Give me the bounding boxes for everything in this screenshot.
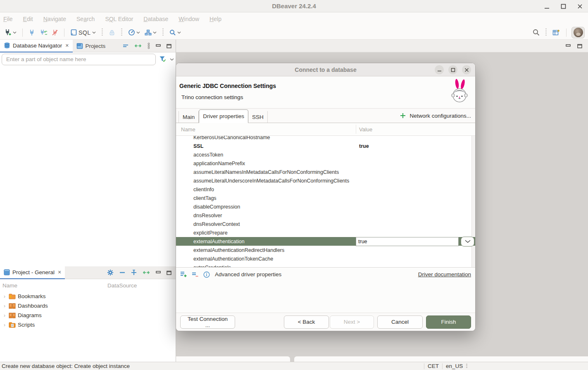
dialog-tabbar: MainDriver propertiesSSH Network configu… xyxy=(176,109,475,123)
chevron-down-icon[interactable] xyxy=(153,31,157,34)
close-tab-icon[interactable]: × xyxy=(65,42,69,49)
toolbar-search-button[interactable] xyxy=(169,28,182,37)
dialog-minimize-icon[interactable] xyxy=(435,65,444,74)
view-menu-icon[interactable] xyxy=(148,43,150,49)
back-button[interactable]: < Back xyxy=(284,315,329,329)
chevron-down-icon[interactable] xyxy=(136,31,140,34)
menu-item-help[interactable]: Help xyxy=(209,16,221,22)
locale-indicator[interactable]: en_US xyxy=(446,363,463,369)
minimize-icon[interactable] xyxy=(543,3,550,9)
property-row-accessToken[interactable]: accessToken xyxy=(176,150,475,159)
dialog-header: Generic JDBC Connection Settings Trino c… xyxy=(176,76,475,109)
value-column-header[interactable]: Value xyxy=(356,126,372,133)
timezone-indicator[interactable]: CET xyxy=(428,363,439,369)
open-perspective-button[interactable] xyxy=(552,28,561,37)
link-with-editor-icon[interactable] xyxy=(143,270,150,275)
close-icon[interactable] xyxy=(576,3,583,9)
expand-chevron-icon[interactable]: › xyxy=(2,313,7,318)
expand-chevron-icon[interactable]: › xyxy=(2,294,7,299)
tab-database-navigator[interactable]: Database Navigator × xyxy=(0,40,73,52)
menu-item-edit[interactable]: Edit xyxy=(23,16,33,22)
property-row-assumeLiteralUnderscoreInMetadataCallsForNonConformingClients[interactable]: assumeLiteralUnderscoreInMetadataCallsFo… xyxy=(176,176,475,185)
finish-button[interactable]: Finish xyxy=(426,315,471,329)
maximize-view-icon[interactable] xyxy=(167,44,171,48)
auto-commit-lock-icon[interactable] xyxy=(108,28,116,37)
property-row-clientTags[interactable]: clientTags xyxy=(176,194,475,202)
close-tab-icon[interactable]: × xyxy=(58,269,61,275)
dialog-tab-driver-properties[interactable]: Driver properties xyxy=(199,109,248,123)
settings-gear-icon[interactable] xyxy=(107,269,114,276)
remove-property-icon[interactable] xyxy=(192,271,199,278)
vertical-scrollbar[interactable] xyxy=(471,136,475,267)
property-row-explicitPrepare[interactable]: explicitPrepare xyxy=(176,228,475,237)
menu-item-file[interactable]: File xyxy=(3,16,13,22)
property-row-externalAuthentication[interactable]: externalAuthentication xyxy=(176,237,475,246)
property-row-assumeLiteralNamesInMetadataCallsForNonConformingClients[interactable]: assumeLiteralNamesInMetadataCallsForNonC… xyxy=(176,168,475,176)
tree-item-scripts[interactable]: ›Scripts xyxy=(0,320,176,330)
new-connection-button[interactable] xyxy=(3,28,17,37)
navigator-tree-area[interactable] xyxy=(0,66,176,266)
property-row-externalAuthenticationTokenCache[interactable]: externalAuthenticationTokenCache xyxy=(176,254,475,263)
disconnect-button[interactable] xyxy=(51,28,59,37)
filter-funnel-icon[interactable] xyxy=(159,56,167,63)
expand-chevron-icon[interactable]: › xyxy=(2,303,7,309)
chevron-down-icon[interactable] xyxy=(170,58,174,61)
test-connection-button[interactable]: Test Connection ... xyxy=(180,315,235,329)
tree-item-diagrams[interactable]: ›Diagrams xyxy=(0,311,176,320)
property-row-clientInfo[interactable]: clientInfo xyxy=(176,185,475,194)
property-row-SSL[interactable]: SSLtrue xyxy=(176,142,475,150)
maximize-view-icon[interactable] xyxy=(167,270,171,275)
new-sql-editor-button[interactable]: SQL xyxy=(69,28,97,37)
network-configurations-button[interactable]: Network configurations... xyxy=(400,109,475,123)
project-panel: Project - General × Name DataSource xyxy=(0,266,176,362)
quick-search-icon[interactable] xyxy=(532,28,540,37)
chevron-down-icon[interactable] xyxy=(177,31,181,34)
maximize-icon[interactable] xyxy=(560,3,567,9)
property-value-dropdown-button[interactable] xyxy=(461,237,474,247)
next-button[interactable]: Next > xyxy=(330,315,374,329)
expand-icon[interactable] xyxy=(131,270,137,275)
tab-projects[interactable]: Projects xyxy=(73,40,110,52)
menu-item-database[interactable]: Database xyxy=(143,16,168,22)
cancel-button[interactable]: Cancel xyxy=(377,315,423,329)
property-row-dnsResolver[interactable]: dnsResolver xyxy=(176,211,475,220)
dialog-tab-ssh[interactable]: SSH xyxy=(248,111,268,123)
chevron-down-icon[interactable] xyxy=(13,31,17,34)
link-with-editor-icon[interactable] xyxy=(134,43,142,48)
property-value-input[interactable] xyxy=(356,237,459,246)
menu-item-search[interactable]: Search xyxy=(76,16,95,22)
property-row-KerberosUseCanonicalHostname[interactable]: KerberosUseCanonicalHostname xyxy=(176,136,475,142)
tree-item-bookmarks[interactable]: ›Bookmarks xyxy=(0,292,176,301)
tab-project-general[interactable]: Project - General × xyxy=(0,266,65,279)
property-row-applicationNamePrefix[interactable]: applicationNamePrefix xyxy=(176,159,475,168)
minimize-view-icon[interactable] xyxy=(156,44,161,48)
driver-documentation-link[interactable]: Driver documentation xyxy=(418,271,471,278)
menu-item-window[interactable]: Window xyxy=(179,16,199,22)
property-row-dnsResolverContext[interactable]: dnsResolverContext xyxy=(176,220,475,228)
property-row-externalAuthenticationRedirectHandlers[interactable]: externalAuthenticationRedirectHandlers xyxy=(176,246,475,254)
name-column-header[interactable]: Name xyxy=(176,126,356,133)
expand-chevron-icon[interactable]: › xyxy=(2,322,7,328)
chevron-down-icon[interactable] xyxy=(92,31,96,34)
collapse-all-icon[interactable] xyxy=(123,44,129,48)
dashboard-gauge-button[interactable] xyxy=(127,28,141,37)
dialog-close-icon[interactable] xyxy=(462,65,471,74)
object-filter-input[interactable] xyxy=(2,54,156,65)
minimize-view-icon[interactable] xyxy=(156,270,161,275)
menu-bar: FileEditNavigateSearchSQL EditorDatabase… xyxy=(0,12,588,26)
dialog-tab-main[interactable]: Main xyxy=(179,111,199,123)
menu-item-navigate[interactable]: Navigate xyxy=(43,16,66,22)
property-row-disableCompression[interactable]: disableCompression xyxy=(176,202,475,211)
reconnect-button[interactable] xyxy=(39,28,48,37)
maximize-view-icon[interactable] xyxy=(577,44,582,48)
connect-button[interactable] xyxy=(28,28,36,37)
add-property-icon[interactable] xyxy=(180,271,188,278)
property-row-extraCredentials[interactable]: extraCredentials xyxy=(176,263,475,267)
tree-item-dashboards[interactable]: ›Dashboards xyxy=(0,301,176,311)
dialog-maximize-icon[interactable] xyxy=(448,65,457,74)
menu-item-sql-editor[interactable]: SQL Editor xyxy=(105,16,133,22)
user-account-button[interactable] xyxy=(571,27,585,38)
minimize-view-icon[interactable] xyxy=(566,44,571,48)
er-diagram-button[interactable] xyxy=(144,28,157,37)
collapse-icon[interactable] xyxy=(119,271,125,274)
